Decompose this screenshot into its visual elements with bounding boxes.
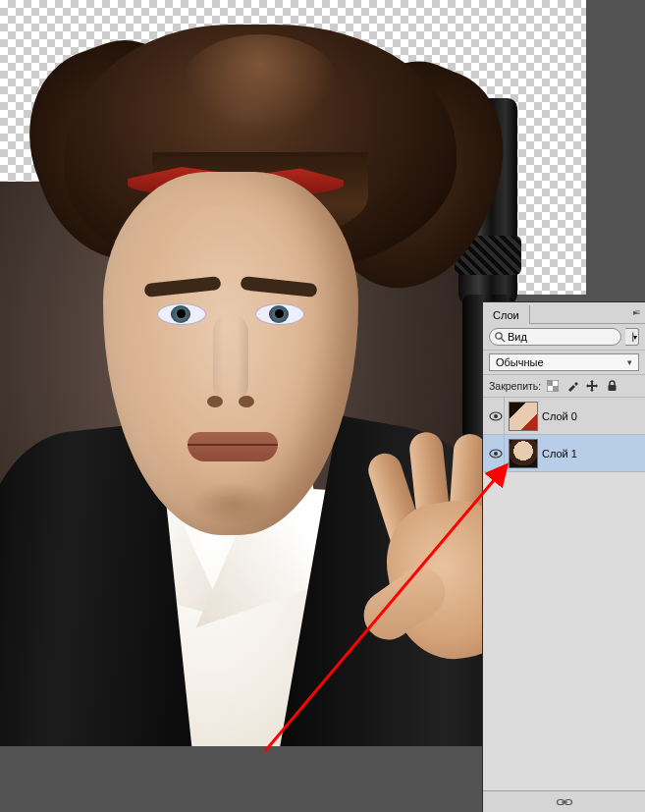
checker-icon [547,380,559,392]
panel-status-bar [483,790,645,812]
layer-thumbnail[interactable] [509,439,538,468]
panel-tab-bar: Слои ▸≡ [483,302,645,324]
layer-list: Слой 0 Слой 1 [483,398,645,790]
move-icon [586,380,598,392]
layer-row[interactable]: Слой 1 [483,435,645,472]
workspace: Слои ▸≡ Вид ▕▾ Обычные ▾ [0,0,645,812]
visibility-toggle[interactable] [487,398,505,435]
layer-name-label[interactable]: Слой 1 [542,448,577,460]
search-icon [494,331,506,343]
svg-point-1 [496,333,502,339]
blend-mode-select[interactable]: Обычные ▾ [489,353,639,371]
filter-kind-select[interactable]: Вид [489,328,621,346]
blend-mode-label: Обычные [496,356,544,368]
chevron-down-icon: ▾ [627,357,632,367]
svg-point-8 [494,414,498,418]
lock-pixels-button[interactable] [565,379,579,393]
panel-menu-button[interactable]: ▸≡ [625,301,645,323]
layers-panel: Слои ▸≡ Вид ▕▾ Обычные ▾ [482,301,645,812]
svg-rect-6 [608,385,616,391]
visibility-toggle[interactable] [487,435,505,472]
eye-icon [489,411,503,421]
layer-thumbnail[interactable] [509,402,538,431]
tab-layers[interactable]: Слои [483,305,530,324]
lock-transparency-button[interactable] [546,379,560,393]
layer-row[interactable]: Слой 0 [483,398,645,435]
svg-line-2 [502,339,506,343]
layer-filter-row: Вид ▕▾ [483,324,645,351]
brush-icon [566,380,578,392]
eye-icon [489,449,503,459]
tab-label: Слои [493,309,519,321]
lock-label: Закрепить: [489,380,541,392]
layer-name-label[interactable]: Слой 0 [542,410,577,422]
svg-rect-4 [547,380,553,386]
lock-icon [607,380,618,392]
lock-all-button[interactable] [605,379,618,393]
lock-row: Закрепить: [483,375,645,398]
blend-mode-row: Обычные ▾ [483,351,645,375]
lock-position-button[interactable] [585,379,599,393]
filter-kind-label: Вид [508,331,527,343]
menu-icon: ▸≡ [633,307,637,317]
link-icon[interactable] [557,797,572,807]
chevron-down-icon: ▕▾ [627,333,637,342]
filter-dropdown-button[interactable]: ▕▾ [625,328,639,346]
svg-rect-5 [553,386,559,392]
svg-point-10 [494,452,498,456]
